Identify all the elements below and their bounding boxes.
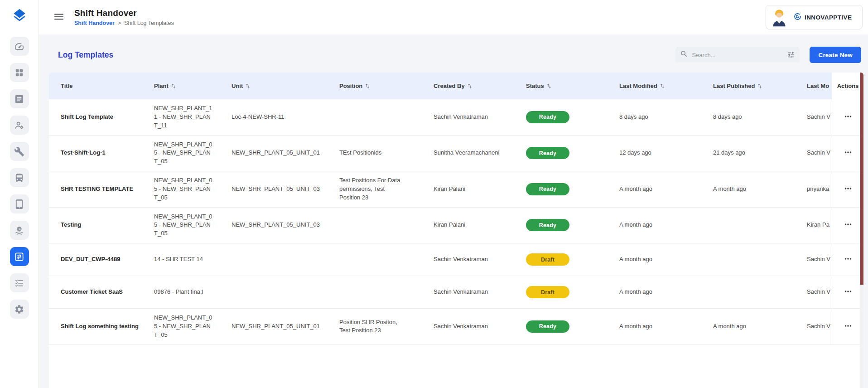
cell-unit bbox=[231, 255, 339, 265]
scrollbar-thumb[interactable] bbox=[860, 73, 863, 285]
cell-status: Ready bbox=[526, 214, 619, 236]
more-horiz-icon bbox=[843, 147, 853, 159]
status-badge: Ready bbox=[526, 183, 569, 195]
sidebar-item-tablet[interactable] bbox=[10, 194, 29, 213]
column-header-title: Title bbox=[49, 73, 154, 99]
title-block: Shift Handover Shift Handover > Shift Lo… bbox=[74, 8, 174, 26]
cell-last_published: A month ago bbox=[713, 180, 807, 199]
cell-actions bbox=[832, 243, 863, 276]
table-row[interactable]: Shift Log TemplateNEW_SHR_PLANT_11 - NEW… bbox=[49, 99, 863, 136]
section-heading: Log Templates bbox=[58, 50, 113, 60]
sort-icon bbox=[170, 83, 177, 89]
sidebar-item-tools[interactable] bbox=[10, 142, 29, 161]
breadcrumb-separator: > bbox=[118, 20, 121, 26]
column-header-actions: Actions bbox=[832, 73, 863, 99]
status-badge: Ready bbox=[526, 320, 569, 333]
cell-position bbox=[339, 220, 434, 230]
table-row[interactable]: SHR TESTING TEMPLATENEW_SHR_PLANT_05 - N… bbox=[49, 171, 863, 208]
cell-last_modified: A month ago bbox=[619, 216, 713, 234]
brand-name: INNOVAPPTIVE bbox=[805, 14, 852, 21]
menu-toggle-button[interactable] bbox=[51, 9, 67, 25]
column-header-last_modified[interactable]: Last Modified bbox=[619, 73, 713, 99]
toolbar-right: Create New bbox=[675, 47, 861, 63]
cell-plant: 14 - SHR TEST 14 bbox=[154, 250, 231, 269]
cell-last_modified_by: Sachin V bbox=[807, 108, 832, 126]
row-actions-button[interactable] bbox=[840, 319, 856, 334]
gauge-icon bbox=[14, 41, 24, 52]
document-icon bbox=[14, 94, 24, 104]
innovapptive-mark-icon bbox=[793, 12, 802, 23]
cell-actions bbox=[832, 136, 863, 171]
hamburger-icon bbox=[53, 11, 65, 24]
sidebar-item-shift-handover[interactable] bbox=[10, 247, 29, 266]
cell-plant: NEW_SHR_PLANT_05 - NEW_SHR_PLANT_05 bbox=[154, 171, 231, 207]
cell-status: Ready bbox=[526, 178, 619, 200]
cell-title: Shift Log Template bbox=[49, 108, 154, 126]
cell-created_by: Sachin Venkatraman bbox=[434, 317, 526, 336]
table-row[interactable]: Test-Shift-Log-1NEW_SHR_PLANT_05 - NEW_S… bbox=[49, 136, 863, 172]
search-input[interactable] bbox=[692, 52, 783, 58]
cell-unit: NEW_SHR_PLANT_05_UNIT_03 bbox=[231, 180, 339, 199]
sidebar-item-user-gear[interactable] bbox=[10, 116, 29, 135]
user-gear-icon bbox=[14, 120, 24, 131]
column-header-last_published[interactable]: Last Published bbox=[713, 73, 807, 99]
column-header-unit[interactable]: Unit bbox=[231, 73, 339, 99]
column-header-created_by[interactable]: Created By bbox=[434, 73, 526, 99]
sidebar-item-settings[interactable] bbox=[10, 300, 29, 319]
column-header-position[interactable]: Position bbox=[339, 73, 434, 99]
page-title: Shift Handover bbox=[74, 8, 174, 18]
column-label: Title bbox=[61, 82, 73, 89]
more-horiz-icon bbox=[843, 254, 853, 265]
more-horiz-icon bbox=[843, 321, 853, 332]
table-scrollbar[interactable] bbox=[860, 73, 863, 388]
table-row[interactable]: DEV_DUT_CWP-448914 - SHR TEST 14Sachin V… bbox=[49, 243, 863, 276]
cell-actions bbox=[832, 208, 863, 243]
filter-icon[interactable] bbox=[787, 51, 795, 59]
cell-title: Customer Ticket SaaS bbox=[49, 283, 154, 301]
cell-position: Test Positions For Data permissions, Tes… bbox=[339, 171, 434, 207]
row-actions-button[interactable] bbox=[840, 181, 856, 197]
create-new-button[interactable]: Create New bbox=[810, 47, 861, 63]
breadcrumb-link[interactable]: Shift Handover bbox=[74, 20, 115, 26]
more-horiz-icon bbox=[843, 219, 853, 231]
shift-handover-icon bbox=[14, 252, 24, 262]
sort-icon bbox=[757, 83, 763, 89]
cell-created_by: Kiran Palani bbox=[434, 216, 526, 234]
status-badge: Ready bbox=[526, 111, 569, 123]
sidebar-nav bbox=[10, 37, 29, 319]
more-horiz-icon bbox=[843, 112, 853, 123]
search-icon bbox=[680, 50, 688, 60]
cell-position: TEst Positionids bbox=[339, 144, 434, 162]
cell-last_published bbox=[713, 287, 807, 297]
topbar: Shift Handover Shift Handover > Shift Lo… bbox=[39, 0, 868, 34]
row-actions-button[interactable] bbox=[840, 146, 856, 161]
log-templates-table: TitlePlantUnitPositionCreated ByStatusLa… bbox=[49, 73, 863, 388]
cell-plant: NEW_SHR_PLANT_05 - NEW_SHR_PLANT_05 bbox=[154, 208, 231, 243]
row-actions-button[interactable] bbox=[840, 285, 856, 300]
table-row[interactable]: Shift Log something testingNEW_SHR_PLANT… bbox=[49, 309, 863, 345]
sidebar-item-document[interactable] bbox=[10, 89, 29, 108]
cell-last_modified_by: Sachin V bbox=[807, 144, 832, 162]
sidebar-item-hand-globe[interactable] bbox=[10, 221, 29, 240]
column-header-status[interactable]: Status bbox=[526, 73, 619, 99]
cell-plant: 09876 - Plant fina;l bbox=[154, 283, 231, 301]
cell-position: Position SHR Positon, Test Position 23 bbox=[339, 313, 434, 340]
row-actions-button[interactable] bbox=[840, 252, 856, 267]
more-horiz-icon bbox=[843, 286, 853, 298]
user-avatar[interactable] bbox=[769, 7, 790, 28]
search-box bbox=[675, 47, 800, 63]
table-row[interactable]: Customer Ticket SaaS09876 - Plant fina;l… bbox=[49, 276, 863, 309]
column-header-plant[interactable]: Plant bbox=[154, 73, 231, 99]
sidebar-item-grid[interactable] bbox=[10, 63, 29, 82]
sidebar-item-checklist[interactable] bbox=[10, 273, 29, 292]
cell-last_modified: A month ago bbox=[619, 250, 713, 269]
main-content: Log Templates Create New TitlePlantUnitP… bbox=[39, 34, 868, 388]
cell-last_published: A month ago bbox=[713, 317, 807, 336]
table-row[interactable]: TestingNEW_SHR_PLANT_05 - NEW_SHR_PLANT_… bbox=[49, 208, 863, 244]
row-actions-button[interactable] bbox=[840, 218, 856, 233]
row-actions-button[interactable] bbox=[840, 109, 856, 125]
cell-title: DEV_DUT_CWP-4489 bbox=[49, 250, 154, 269]
cell-last_published bbox=[713, 255, 807, 265]
sidebar-item-gauge[interactable] bbox=[10, 37, 29, 56]
sidebar-item-truck[interactable] bbox=[10, 168, 29, 187]
